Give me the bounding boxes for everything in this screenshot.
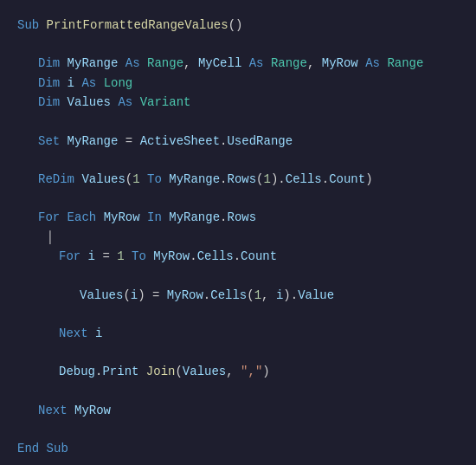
line-19: End Sub bbox=[17, 439, 459, 458]
line-9: ReDim Values(1 To MyRange.Rows(1).Cells.… bbox=[17, 170, 459, 189]
line-1: Sub PrintFormattedRangeValues() bbox=[17, 16, 459, 35]
line-11b: │ bbox=[17, 228, 459, 247]
code-editor: Sub PrintFormattedRangeValues() Dim MyRa… bbox=[0, 0, 476, 465]
line-6 bbox=[17, 113, 459, 132]
line-7: Set MyRange = ActiveSheet.UsedRange bbox=[17, 132, 459, 151]
line-14b bbox=[17, 343, 459, 362]
line-11: For Each MyRow In MyRange.Rows bbox=[17, 208, 459, 227]
line-16 bbox=[17, 382, 459, 401]
line-15: Debug.Print Join(Values, ",") bbox=[17, 362, 459, 381]
line-2 bbox=[17, 35, 459, 54]
code-block: Sub PrintFormattedRangeValues() Dim MyRa… bbox=[17, 16, 459, 458]
line-10 bbox=[17, 189, 459, 208]
line-17: Next MyRow bbox=[17, 401, 459, 420]
line-13b bbox=[17, 305, 459, 324]
line-18 bbox=[17, 420, 459, 439]
line-13: Values(i) = MyRow.Cells(1, i).Value bbox=[17, 286, 459, 305]
line-5: Dim Values As Variant bbox=[17, 93, 459, 112]
line-14: Next i bbox=[17, 324, 459, 343]
line-12b bbox=[17, 267, 459, 286]
line-3: Dim MyRange As Range, MyCell As Range, M… bbox=[17, 54, 459, 73]
line-4: Dim i As Long bbox=[17, 74, 459, 93]
line-8 bbox=[17, 151, 459, 170]
line-12: For i = 1 To MyRow.Cells.Count bbox=[17, 247, 459, 266]
